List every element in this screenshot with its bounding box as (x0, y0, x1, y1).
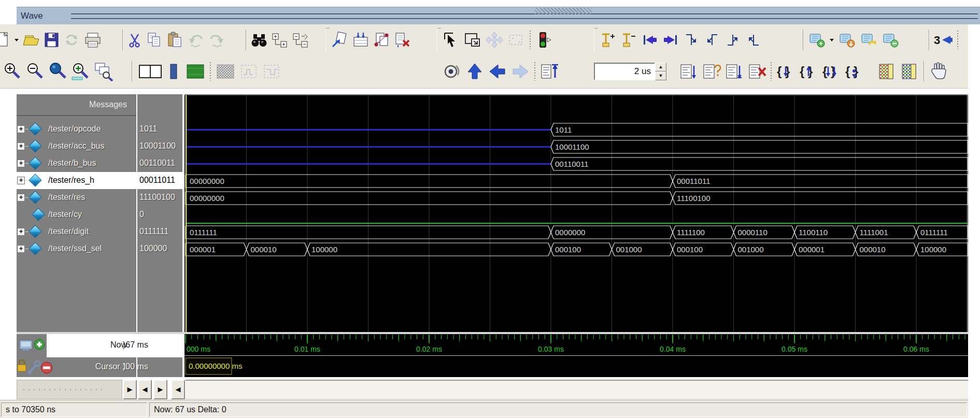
print-icon[interactable] (83, 31, 103, 49)
dataset-reload-icon[interactable] (859, 31, 878, 49)
names-hscrollbar-track[interactable] (17, 380, 122, 399)
add-wave-grid-icon[interactable] (351, 31, 370, 49)
wave-hscrollbar-track[interactable] (186, 380, 968, 399)
cursor-track[interactable] (184, 356, 968, 377)
collapse-tree-icon[interactable] (291, 31, 310, 49)
next-falling-edge-icon[interactable] (682, 31, 701, 49)
values-hscrollbar-left-button[interactable]: ◀ (138, 380, 152, 399)
dropdown-caret-icon[interactable] (829, 31, 835, 49)
compare-wave-icon[interactable] (372, 31, 391, 49)
next-rising-edge-icon[interactable] (723, 31, 742, 49)
redo-disabled-icon[interactable] (207, 31, 226, 49)
find-icon[interactable] (250, 31, 268, 49)
wave-pale-2-icon[interactable] (261, 62, 282, 81)
paste-icon[interactable] (166, 31, 184, 49)
dataset-close-icon[interactable] (880, 31, 900, 49)
dropdown-caret-icon[interactable] (13, 31, 20, 49)
names-hscrollbar-right-button[interactable]: ▶ (123, 380, 137, 399)
titlebar-drag-hatch[interactable] (535, 8, 592, 15)
move-disabled-icon[interactable] (485, 31, 504, 49)
toolbar-band: 3 2 us▲▼{ }{ }{ }{ } (0, 24, 973, 89)
zoom-last-icon[interactable] (70, 62, 91, 81)
brace-first-icon[interactable]: { } (821, 62, 842, 81)
brace-next-icon[interactable]: { } (775, 62, 796, 81)
arrow-left-icon[interactable] (487, 62, 508, 81)
list-down-icon[interactable] (723, 62, 744, 81)
eye-refresh-icon[interactable] (441, 62, 462, 81)
cursor-arrow-icon[interactable] (442, 31, 461, 49)
edit-mode-disabled-icon[interactable] (506, 31, 526, 49)
select-region-icon[interactable] (463, 31, 482, 49)
signal-row[interactable]: /tester/cy0 (17, 206, 182, 223)
zoom-full-icon[interactable] (48, 62, 68, 81)
zoom-out-icon[interactable] (25, 62, 46, 81)
titlebar[interactable]: Wave (17, 7, 980, 24)
expander-icon[interactable]: + (17, 142, 25, 150)
save-icon[interactable] (42, 31, 60, 49)
cursor1-row[interactable]: Cursor 1 )00 ms (17, 357, 182, 377)
pattern-a-icon[interactable] (877, 62, 898, 81)
prev-rising-edge-icon[interactable] (744, 31, 763, 49)
find-forward-icon[interactable] (539, 62, 561, 81)
expander-icon[interactable]: + (17, 194, 25, 201)
copy-icon[interactable] (145, 31, 164, 49)
signal-row[interactable]: +/tester/b_bus00110011 (17, 155, 182, 172)
toolbar-row-1: 3 (0, 24, 973, 55)
wave-bar-blue-icon[interactable] (165, 62, 182, 81)
wave-bus-value: 001000 (738, 245, 764, 254)
ruler-label: 000 ms (187, 345, 210, 353)
prev-falling-edge-icon[interactable] (703, 31, 721, 49)
signal-row[interactable]: +/tester/digit0111111 (17, 223, 182, 240)
time-step-input[interactable]: 2 us (594, 63, 655, 80)
list-follow-icon[interactable] (678, 62, 699, 81)
open-file-icon[interactable] (22, 31, 40, 49)
expander-icon[interactable]: + (17, 228, 25, 236)
insert-cursor-icon[interactable] (599, 31, 618, 49)
left-margin (0, 89, 16, 400)
wave-bar-green-icon[interactable] (184, 62, 206, 81)
brace-last-icon[interactable]: { } (844, 62, 864, 81)
next-transition-icon[interactable] (661, 31, 680, 49)
signal-row[interactable]: +/tester/res11100100 (17, 189, 182, 206)
signal-row[interactable]: +/tester/acc_bus10001100 (17, 138, 182, 155)
brace-prev-icon[interactable]: { } (798, 62, 819, 81)
signal-row[interactable]: +/tester/opcode1011 (17, 121, 182, 138)
signal-row[interactable]: +/tester/res_h00011011 (17, 172, 182, 189)
spin-up-button[interactable]: ▲ (655, 63, 666, 71)
delete-wave-icon[interactable] (393, 31, 411, 49)
hand-pan-icon[interactable] (928, 62, 949, 81)
wave-pane-icon[interactable] (138, 62, 163, 81)
spin-down-button[interactable]: ▼ (655, 71, 666, 80)
wave-bus-value: 000010 (251, 245, 277, 254)
arrow-right-disabled-icon[interactable] (510, 62, 531, 81)
expand-tree-icon[interactable] (271, 31, 289, 49)
pattern-b-icon[interactable] (900, 62, 920, 81)
add-wave-icon[interactable] (331, 31, 349, 49)
dataset-save-icon[interactable] (837, 31, 857, 49)
prev-transition-icon[interactable] (641, 31, 659, 49)
expander-icon[interactable]: + (17, 245, 25, 253)
list-question-icon[interactable] (701, 62, 721, 81)
waveform-canvas[interactable]: 1011100011000011001100000000000110110000… (184, 94, 968, 377)
refresh-disabled-icon[interactable] (62, 31, 81, 49)
new-document-icon[interactable] (0, 31, 11, 49)
delete-cursor-icon[interactable] (620, 31, 638, 49)
expander-icon[interactable]: + (17, 125, 25, 133)
wave-hscrollbar-left-button[interactable]: ◀ (171, 380, 185, 399)
wave-pale-1-icon[interactable] (238, 62, 259, 81)
values-hscrollbar-right-button[interactable]: ▶ (153, 380, 167, 399)
expander-icon[interactable]: + (17, 160, 25, 167)
signal-name: /tester/res_h (48, 176, 94, 185)
wave-hatch-icon[interactable] (215, 62, 236, 81)
zoom-in-icon[interactable] (2, 62, 23, 81)
arrow-up-icon[interactable] (464, 62, 485, 81)
cut-icon[interactable] (126, 31, 143, 49)
undo-disabled-icon[interactable] (187, 31, 205, 49)
expander-icon[interactable]: + (17, 177, 25, 184)
dataset-view-icon[interactable] (807, 31, 827, 49)
combine-signals-icon[interactable]: 3 (933, 31, 954, 49)
signal-row[interactable]: +/tester/ssd_sel100000 (17, 240, 182, 257)
zoom-others-icon[interactable] (93, 62, 115, 81)
traffic-light-icon[interactable] (534, 31, 554, 49)
list-delete-icon[interactable] (746, 62, 767, 81)
